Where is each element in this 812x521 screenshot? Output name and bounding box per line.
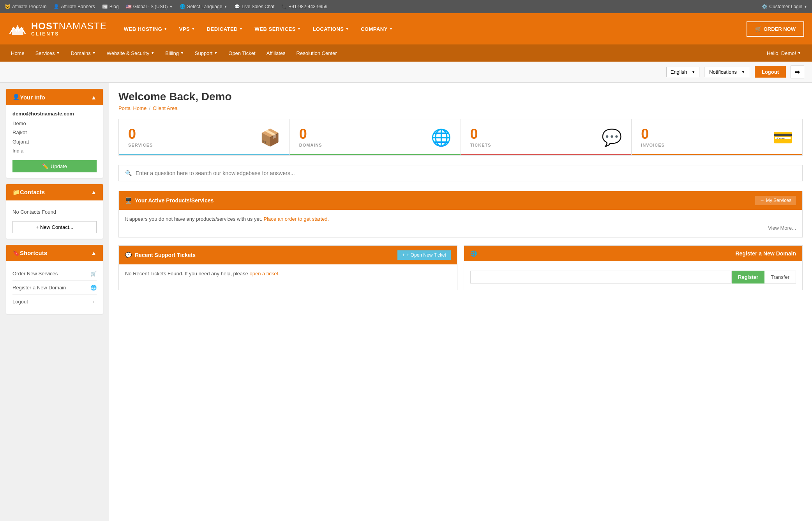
web-services-caret: ▼ [297, 27, 301, 31]
user-caret: ▼ [798, 51, 801, 55]
active-services-body: It appears you do not have any products/… [119, 210, 802, 237]
blog-link[interactable]: 📰 Blog [102, 4, 119, 9]
subnav-website-security[interactable]: Website & Security ▼ [102, 44, 159, 62]
stats-row: 0 SERVICES 📦 0 DOMAINS 🌐 0 TICKETS [118, 119, 803, 156]
domain-search-row: Register Transfer [470, 271, 796, 284]
logo-text: HOSTNAMASTE CLIENTS [31, 21, 107, 37]
select-language-link[interactable]: 🌐 Select Language ▼ [180, 4, 227, 9]
nav-dedicated[interactable]: DEDICATED ▼ [201, 13, 249, 44]
update-button[interactable]: ✏️ Update [12, 160, 97, 172]
gear-icon: ⚙️ [762, 4, 768, 9]
stat-tickets[interactable]: 0 TICKETS 💬 [461, 119, 632, 155]
breadcrumb-home[interactable]: Portal Home [118, 105, 147, 111]
nav-web-services[interactable]: WEB SERVICES ▼ [249, 13, 307, 44]
subnav-home[interactable]: Home [6, 44, 29, 62]
language-select[interactable]: English ▼ [666, 67, 700, 77]
open-new-ticket-button[interactable]: + + Open New Ticket [397, 250, 451, 260]
register-domain-header: 🌐 Register a New Domain [464, 246, 802, 261]
header: HOSTNAMASTE CLIENTS WEB HOSTING ▼ VPS ▼ … [0, 13, 812, 44]
login-caret: ▼ [804, 5, 807, 9]
breadcrumb-sep: / [149, 105, 150, 111]
domains-icon: 🌐 [431, 128, 451, 147]
breadcrumb: Portal Home / Client Area [118, 105, 803, 111]
active-services-header: 🖥️ Your Active Products/Services → My Se… [119, 191, 802, 210]
tickets-label: TICKETS [470, 143, 491, 147]
my-services-button[interactable]: → My Services [755, 196, 796, 205]
domains-label: DOMAINS [299, 143, 322, 147]
nav-vps[interactable]: VPS ▼ [174, 13, 201, 44]
subnav-services[interactable]: Services ▼ [31, 44, 65, 62]
invoices-label: INVOICES [641, 143, 665, 147]
shortcut-order-services[interactable]: Order New Services 🛒 [12, 267, 97, 281]
breadcrumb-current[interactable]: Client Area [153, 105, 178, 111]
no-contacts-text: No Contacts Found [12, 206, 97, 218]
stat-domains[interactable]: 0 DOMAINS 🌐 [290, 119, 461, 155]
nav-locations[interactable]: LOCATIONS ▼ [307, 13, 355, 44]
user-circle-icon: 👤 [12, 94, 20, 101]
tickets-count: 0 [470, 127, 491, 141]
main-nav: WEB HOSTING ▼ VPS ▼ DEDICATED ▼ WEB SERV… [118, 13, 747, 44]
subnav-domains[interactable]: Domains ▼ [66, 44, 100, 62]
stat-invoices[interactable]: 0 INVOICES 💳 [632, 119, 802, 155]
cart-icon-shortcut: 🛒 [90, 271, 97, 276]
cart-icon: 🛒 [755, 26, 761, 32]
view-more[interactable]: View More... [125, 222, 796, 231]
bottom-row: 💬 Recent Support Tickets + + Open New Ti… [118, 245, 803, 298]
open-ticket-link[interactable]: open a ticket [249, 271, 278, 276]
shortcut-register-domain[interactable]: Register a New Domain 🌐 [12, 281, 97, 295]
stat-services[interactable]: 0 SERVICES 📦 [119, 119, 290, 155]
domain-transfer-button[interactable]: Transfer [764, 271, 796, 284]
subnav-support[interactable]: Support ▼ [190, 44, 222, 62]
blog-icon: 📰 [102, 4, 108, 9]
affiliate-program-link[interactable]: 🐱 Affiliate Program [5, 4, 46, 9]
live-chat-link[interactable]: 💬 Live Sales Chat [234, 4, 274, 9]
subnav-affiliates[interactable]: Affiliates [262, 44, 290, 62]
services-icon: 📦 [260, 128, 280, 147]
nav-company[interactable]: COMPANY ▼ [355, 13, 398, 44]
invoices-icon: 💳 [773, 128, 793, 147]
locations-caret: ▼ [345, 27, 349, 31]
affiliate-banners-link[interactable]: 👤 Affiliate Banners [53, 4, 95, 9]
vps-caret: ▼ [191, 27, 195, 31]
support-caret: ▼ [214, 51, 217, 55]
logo-name: HOSTNAMASTE [31, 21, 107, 31]
website-security-caret: ▼ [151, 51, 154, 55]
bookmark-icon: 🔖 [12, 250, 20, 257]
order-now-button[interactable]: 🛒 ORDER NOW [747, 21, 804, 37]
server-icon: 🖥️ [125, 197, 132, 204]
shortcuts-collapse-icon[interactable]: ▲ [91, 250, 97, 256]
phone-icon: 📞 [281, 4, 287, 9]
support-tickets-header: 💬 Recent Support Tickets + + Open New Ti… [119, 246, 457, 264]
customer-login-link[interactable]: ⚙️ Customer Login ▼ [762, 4, 807, 9]
shortcut-logout[interactable]: Logout ← [12, 295, 97, 308]
subnav-open-ticket[interactable]: Open Ticket [224, 44, 260, 62]
new-contact-button[interactable]: + New Contact... [12, 221, 97, 233]
phone-link[interactable]: 📞 +91-982-443-9959 [281, 4, 327, 9]
domain-register-button[interactable]: Register [732, 271, 764, 284]
currency-link[interactable]: 🇺🇸 Global - $ (USD) ▼ [126, 4, 173, 9]
nav-web-hosting[interactable]: WEB HOSTING ▼ [118, 13, 173, 44]
kb-search-bar: 🔍 [118, 165, 803, 181]
subnav-resolution-center[interactable]: Resolution Center [292, 44, 342, 62]
company-caret: ▼ [389, 27, 393, 31]
notifications-button[interactable]: Notifications ▼ [704, 67, 750, 77]
domain-search-input[interactable] [470, 271, 732, 284]
redirect-button[interactable]: ➡ [791, 66, 804, 78]
your-info-card: 👤 Your Info ▲ demo@hostnamaste.com Demo … [6, 89, 103, 178]
register-domain-body: Register Transfer [464, 261, 802, 290]
person-icon: 👤 [53, 4, 59, 9]
subnav-hello-user[interactable]: Hello, Demo! ▼ [762, 44, 806, 62]
place-order-link[interactable]: Place an order to get started. [264, 216, 329, 222]
web-hosting-caret: ▼ [164, 27, 167, 31]
logout-button[interactable]: Logout [755, 66, 786, 78]
register-domain-card: 🌐 Register a New Domain Register Transfe… [464, 245, 803, 290]
contacts-collapse-icon[interactable]: ▲ [91, 189, 97, 195]
logo[interactable]: HOSTNAMASTE CLIENTS [8, 19, 107, 39]
your-info-body: demo@hostnamaste.com Demo Rajkot Gujarat… [6, 105, 103, 178]
logo-sub: CLIENTS [31, 32, 107, 37]
support-tickets-card: 💬 Recent Support Tickets + + Open New Ti… [118, 245, 457, 290]
your-info-collapse-icon[interactable]: ▲ [91, 94, 97, 101]
logout-icon: ← [92, 299, 97, 305]
subnav-billing[interactable]: Billing ▼ [161, 44, 189, 62]
kb-search-input[interactable] [136, 170, 796, 176]
